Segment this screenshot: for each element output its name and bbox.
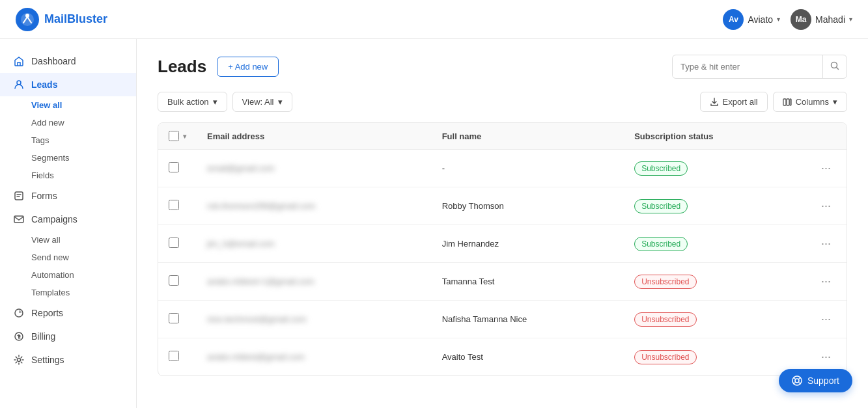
search-button[interactable] (822, 55, 847, 78)
sidebar-sub-leads-view-all[interactable]: View all (0, 96, 136, 114)
sidebar-item-reports-label: Reports (31, 308, 63, 318)
forms-icon (13, 190, 25, 202)
svg-rect-3 (15, 192, 23, 200)
row-more-button[interactable]: ··· (816, 197, 836, 215)
row-checkbox[interactable] (169, 275, 179, 286)
select-all-checkbox[interactable] (169, 131, 179, 141)
sidebar-item-dashboard[interactable]: Dashboard (0, 49, 136, 73)
mahadi-account-btn[interactable]: Ma Mahadi ▾ (791, 9, 852, 30)
sidebar-sub-leads-fields[interactable]: Fields (0, 167, 136, 184)
table-row: nice.techmost@gmail.com Nafisha Tamanna … (158, 301, 847, 338)
support-button[interactable]: Support (779, 369, 852, 392)
row-checkbox[interactable] (169, 351, 179, 361)
mahadi-avatar: Ma (791, 9, 811, 30)
row-checkbox[interactable] (169, 200, 179, 210)
row-checkbox[interactable] (169, 238, 179, 248)
table-row: email@gmail.com - Subscribed ··· (158, 150, 847, 187)
row-email-cell[interactable]: nice.techmost@gmail.com (197, 301, 432, 338)
row-fullname-cell: Tamanna Test (432, 263, 624, 301)
table-row: aviato.mbtest@gmail.com Avaito Test Unsu… (158, 338, 847, 376)
row-email-cell[interactable]: jim_h@email.com (197, 225, 432, 263)
row-more-button[interactable]: ··· (816, 347, 836, 366)
sidebar-sub-campaigns-view-all[interactable]: View all (0, 231, 136, 249)
svg-rect-9 (783, 99, 786, 105)
sidebar-item-leads[interactable]: Leads (0, 73, 136, 96)
row-more-button[interactable]: ··· (816, 310, 836, 329)
mahadi-chevron-icon: ▾ (849, 16, 852, 23)
row-fullname: Avaito Test (442, 352, 483, 362)
row-email-cell[interactable]: aviato.mbtest@gmail.com (197, 338, 432, 376)
sidebar-item-campaigns[interactable]: Campaigns (0, 208, 136, 231)
row-more-button[interactable]: ··· (816, 234, 836, 253)
row-email: jim_h@email.com (207, 239, 275, 249)
view-filter-label: View: All (242, 97, 274, 107)
row-actions-cell: ··· (805, 150, 847, 187)
aviato-account-btn[interactable]: Av Aviato ▾ (723, 9, 780, 30)
view-filter-button[interactable]: View: All ▾ (232, 92, 292, 112)
mahadi-label: Mahadi (815, 14, 845, 25)
row-more-button[interactable]: ··· (816, 159, 836, 178)
sidebar-item-settings[interactable]: Settings (0, 348, 136, 372)
columns-button[interactable]: Columns ▾ (773, 92, 847, 112)
sidebar-sub-campaigns-templates[interactable]: Templates (0, 284, 136, 301)
main-layout: Dashboard Leads View all Add new Tags Se… (0, 39, 868, 408)
row-fullname-cell: Nafisha Tamanna Nice (432, 301, 624, 338)
th-checkbox: ▾ (158, 123, 197, 150)
row-fullname-cell: Robby Thomson (432, 187, 624, 225)
row-fullname: Tamanna Test (442, 277, 495, 286)
sidebar-sub-campaigns-automation[interactable]: Automation (0, 266, 136, 284)
sidebar-item-billing[interactable]: Billing (0, 325, 136, 348)
row-email-cell[interactable]: aviato.mbtest+1@gmail.com (197, 263, 432, 301)
columns-chevron-icon: ▾ (833, 97, 837, 107)
row-checkbox-cell (158, 301, 197, 338)
row-fullname: Jim Hernandez (442, 239, 499, 249)
row-email: email@gmail.com (207, 163, 275, 173)
search-input[interactable] (673, 57, 822, 77)
row-email-cell[interactable]: rob.thomson299@gmail.com (197, 187, 432, 225)
toolbar: Bulk action ▾ View: All ▾ Export all (158, 92, 847, 112)
sidebar-item-forms[interactable]: Forms (0, 184, 136, 208)
sidebar-sub-leads-add-new[interactable]: Add new (0, 114, 136, 131)
sidebar-sub-leads-segments[interactable]: Segments (0, 149, 136, 167)
settings-icon (13, 354, 25, 366)
row-email-cell[interactable]: email@gmail.com (197, 150, 432, 187)
row-email: aviato.mbtest+1@gmail.com (207, 277, 315, 286)
th-fullname: Full name (432, 123, 624, 150)
sidebar-item-billing-label: Billing (31, 331, 55, 342)
row-more-button[interactable]: ··· (816, 272, 836, 291)
sidebar-sub-leads-tags[interactable]: Tags (0, 131, 136, 149)
row-checkbox[interactable] (169, 162, 179, 172)
person-icon (13, 79, 25, 90)
sidebar-item-reports[interactable]: Reports (0, 301, 136, 325)
row-checkbox-cell (158, 338, 197, 376)
toolbar-right: Export all Columns ▾ (700, 92, 848, 112)
page-header: Leads + Add new (158, 55, 847, 79)
th-email: Email address (197, 123, 432, 150)
billing-icon (13, 331, 25, 342)
status-badge: Unsubscribed (634, 275, 696, 289)
svg-point-13 (795, 379, 799, 383)
row-actions-cell: ··· (805, 263, 847, 301)
add-new-button[interactable]: + Add new (217, 57, 279, 77)
page-title: Leads (158, 57, 206, 77)
aviato-label: Aviato (748, 14, 773, 25)
page-title-area: Leads + Add new (158, 57, 279, 77)
status-badge: Unsubscribed (634, 312, 696, 327)
header-chevron-icon: ▾ (183, 133, 186, 140)
chart-icon (13, 307, 25, 319)
row-fullname: Nafisha Tamanna Nice (442, 314, 527, 324)
header-right: Av Aviato ▾ Ma Mahadi ▾ (723, 9, 852, 30)
sidebar-sub-campaigns-send-new[interactable]: Send new (0, 249, 136, 266)
svg-point-1 (25, 14, 29, 18)
leads-table: ▾ Email address Full name Subscription s… (158, 123, 847, 375)
row-fullname-cell: Avaito Test (432, 338, 624, 376)
aviato-chevron-icon: ▾ (777, 16, 780, 23)
logo-icon (16, 8, 39, 31)
export-all-button[interactable]: Export all (700, 92, 768, 112)
main-content: Leads + Add new Bulk action (137, 39, 868, 408)
row-checkbox[interactable] (169, 313, 179, 323)
search-box (672, 55, 847, 79)
logo[interactable]: MailBluster (16, 8, 107, 31)
bulk-action-button[interactable]: Bulk action ▾ (158, 92, 227, 112)
row-status-cell: Unsubscribed (624, 263, 805, 301)
